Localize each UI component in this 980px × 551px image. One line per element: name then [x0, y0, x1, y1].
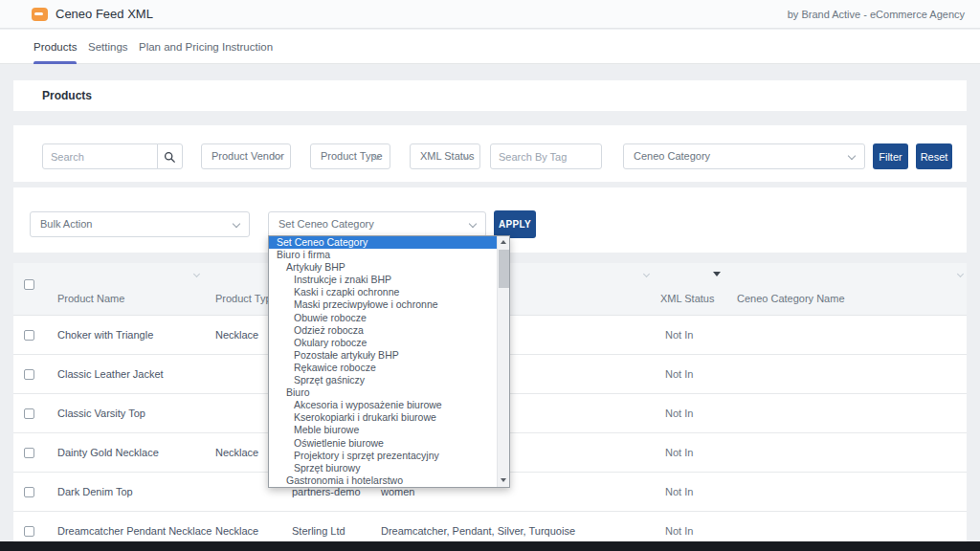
cell-name: Classic Leather Jacket — [57, 355, 164, 394]
category-option[interactable]: Biuro — [269, 386, 497, 399]
chevron-down-icon — [469, 220, 477, 228]
cell-xml-status: Not In — [665, 355, 693, 394]
search-button[interactable] — [157, 143, 183, 169]
category-option[interactable]: Odzież robocza — [269, 324, 497, 337]
sort-icon-product-name[interactable] — [194, 272, 199, 276]
select-all-checkbox[interactable] — [24, 279, 34, 290]
app-window: Ceneo Feed XML by Brand Active - eCommer… — [0, 0, 980, 551]
app-title: Ceneo Feed XML — [56, 0, 153, 29]
reset-button[interactable]: Reset — [916, 143, 952, 169]
cell-name: Choker with Triangle — [57, 316, 153, 355]
category-option[interactable]: Obuwie robocze — [269, 312, 497, 324]
page-heading-card: Products — [13, 80, 967, 111]
cell-xml-status: Not In — [665, 433, 693, 473]
category-option[interactable]: Maski przeciwpyłowe i ochronne — [269, 298, 497, 311]
search-input[interactable] — [42, 143, 158, 169]
column-header-product-name: Product Name — [57, 293, 124, 304]
chevron-down-icon — [233, 220, 240, 228]
category-option[interactable]: Projektory i sprzęt prezentacyjny — [269, 450, 497, 462]
product-vendor-select[interactable]: Product Vendor — [201, 143, 291, 169]
category-option[interactable]: Kaski i czapki ochronne — [269, 286, 497, 298]
bottom-edge-bar — [0, 541, 980, 551]
tab-instruction[interactable]: Instruction — [222, 30, 273, 64]
ceneo-category-label: Ceneo Category — [634, 150, 710, 162]
app-byline: by Brand Active - eCommerce Agency — [788, 0, 965, 29]
row-checkbox[interactable] — [24, 487, 34, 497]
search-by-tag-input[interactable] — [490, 143, 602, 169]
category-option[interactable]: Rękawice robocze — [269, 362, 497, 374]
topbar: Ceneo Feed XML by Brand Active - eCommer… — [0, 0, 980, 29]
page-title: Products — [42, 80, 92, 111]
cell-xml-status: Not In — [665, 316, 693, 355]
scrollbar-thumb[interactable] — [499, 250, 509, 288]
scroll-up-icon[interactable] — [498, 236, 510, 249]
row-checkbox[interactable] — [24, 408, 34, 419]
filter-button[interactable]: Filter — [873, 143, 908, 169]
cell-type: Necklace — [215, 316, 258, 355]
bulk-action-select[interactable]: Bulk Action — [30, 211, 250, 237]
set-ceneo-category-select[interactable]: Set Ceneo Category — [268, 211, 486, 237]
category-option[interactable]: Oświetlenie biurowe — [269, 437, 497, 450]
column-header-ceneo-category-name: Ceneo Category Name — [737, 293, 845, 304]
ceneo-category-select[interactable]: Ceneo Category — [623, 143, 865, 169]
category-option[interactable]: Okulary robocze — [269, 337, 497, 349]
apply-button[interactable]: APPLY — [494, 210, 536, 238]
product-type-select[interactable]: Product Type — [310, 143, 390, 169]
category-option[interactable]: Pozostałe artykuły BHP — [269, 349, 497, 362]
dropdown-scrollbar[interactable] — [497, 236, 509, 487]
row-checkbox[interactable] — [24, 330, 34, 341]
chevron-down-icon — [848, 152, 856, 160]
category-option[interactable]: Instrukcje i znaki BHP — [269, 274, 497, 286]
cell-name: Dark Denim Top — [57, 473, 133, 512]
bulk-action-label: Bulk Action — [40, 218, 92, 230]
scroll-down-icon[interactable] — [498, 474, 510, 487]
cell-xml-status: Not In — [665, 473, 693, 512]
filter-card: Product Vendor Product Type XML Status C… — [13, 125, 967, 182]
tab-settings[interactable]: Settings — [88, 30, 128, 64]
search-icon — [164, 151, 176, 164]
tab-plan-and-pricing[interactable]: Plan and Pricing — [139, 30, 219, 64]
category-option[interactable]: Sprzęt gaśniczy — [269, 374, 497, 386]
row-checkbox[interactable] — [24, 369, 34, 380]
column-header-xml-status: XML Status — [660, 293, 714, 304]
category-option[interactable]: Gastronomia i hotelarstwo — [269, 474, 497, 487]
cell-name: Dainty Gold Necklace — [57, 433, 159, 473]
sort-icon-ceneo-category[interactable] — [958, 272, 963, 276]
category-option[interactable]: Set Ceneo Category — [269, 236, 497, 249]
sort-icon-xml-status[interactable] — [713, 272, 721, 276]
xml-status-select[interactable]: XML Status — [410, 143, 480, 169]
category-option[interactable]: Akcesoria i wyposażenie biurowe — [269, 399, 497, 411]
row-checkbox[interactable] — [24, 448, 34, 458]
tabbar: Products Settings Plan and Pricing Instr… — [0, 30, 980, 64]
category-option[interactable]: Biuro i firma — [269, 249, 497, 261]
set-ceneo-category-label: Set Ceneo Category — [278, 218, 374, 230]
category-option[interactable]: Sprzęt biurowy — [269, 462, 497, 474]
sort-icon-tags[interactable] — [644, 272, 649, 276]
category-option[interactable]: Meble biurowe — [269, 424, 497, 436]
category-option[interactable]: Artykuły BHP — [269, 261, 497, 274]
tab-products[interactable]: Products — [33, 30, 77, 64]
app-logo-icon — [32, 8, 48, 21]
cell-type: Necklace — [215, 433, 258, 473]
cell-name: Classic Varsity Top — [57, 394, 145, 433]
row-checkbox[interactable] — [24, 526, 34, 537]
cell-xml-status: Not In — [665, 394, 693, 433]
ceneo-category-dropdown: Set Ceneo CategoryBiuro i firmaArtykuły … — [268, 235, 510, 488]
category-option[interactable]: Kserokopiarki i drukarki biurowe — [269, 411, 497, 424]
